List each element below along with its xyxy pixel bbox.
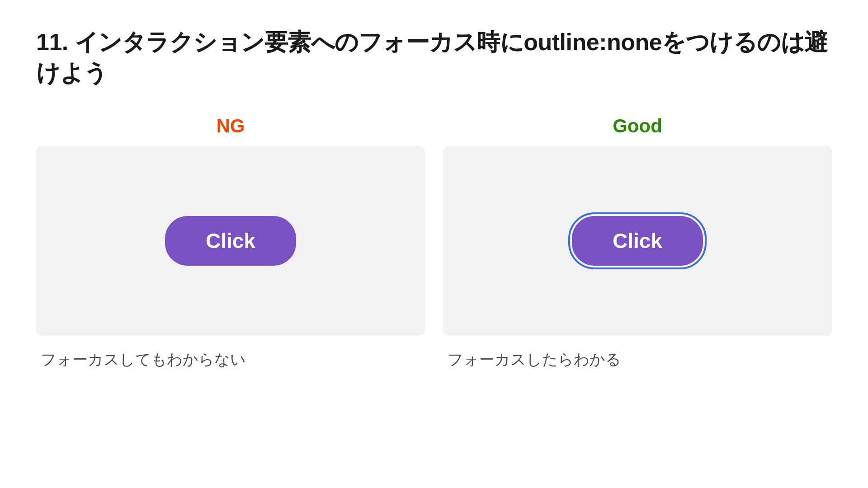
good-caption: フォーカスしたらわかる xyxy=(443,349,832,370)
ng-label: NG xyxy=(36,115,425,137)
ng-column: NG Click フォーカスしてもわからない xyxy=(36,115,425,370)
ng-caption: フォーカスしてもわからない xyxy=(36,349,425,370)
good-column: Good Click フォーカスしたらわかる xyxy=(443,115,832,370)
good-click-button[interactable]: Click xyxy=(572,216,703,266)
ng-example-box: Click xyxy=(36,146,425,336)
examples-row: NG Click フォーカスしてもわからない Good Click フォーカスし… xyxy=(36,115,832,370)
good-example-box: Click xyxy=(443,146,832,336)
ng-click-button[interactable]: Click xyxy=(165,216,296,266)
page-title: 11. インタラクション要素へのフォーカス時にoutline:noneをつけるの… xyxy=(36,27,832,88)
good-label: Good xyxy=(443,115,832,137)
page-container: 11. インタラクション要素へのフォーカス時にoutline:noneをつけるの… xyxy=(0,0,868,397)
